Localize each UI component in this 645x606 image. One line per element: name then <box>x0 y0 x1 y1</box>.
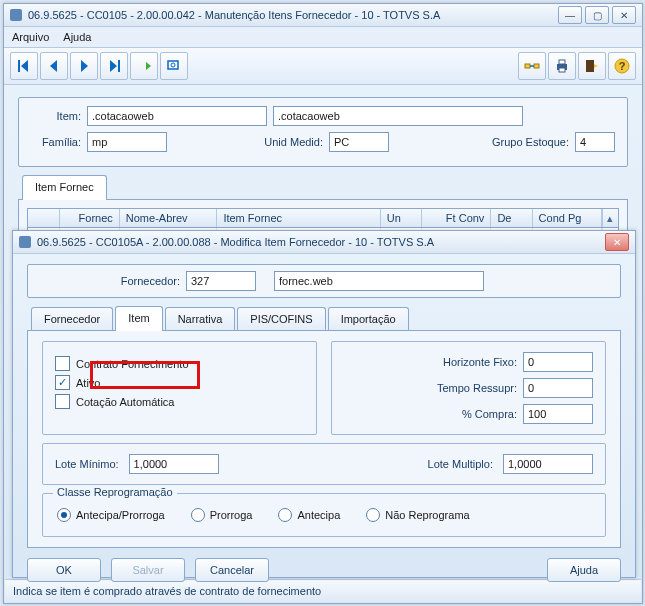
tab-piscofins[interactable]: PIS/COFINS <box>237 307 325 330</box>
fornecedor-name-input[interactable]: fornec.web <box>274 271 484 291</box>
col-un[interactable]: Un <box>381 209 422 227</box>
radio-antecipa-prorroga[interactable]: Antecipa/Prorroga <box>57 508 165 522</box>
checkbox-icon <box>55 356 70 371</box>
menu-ajuda[interactable]: Ajuda <box>63 31 91 43</box>
col-condpg[interactable]: Cond Pg <box>533 209 602 227</box>
menu-arquivo[interactable]: Arquivo <box>12 31 49 43</box>
item-code-input[interactable]: .cotacaoweb <box>87 106 267 126</box>
modal-titlebar: 06.9.5625 - CC0105A - 2.00.00.088 - Modi… <box>13 231 635 254</box>
lote-min-input[interactable]: 1,0000 <box>129 454 219 474</box>
horizonte-label: Horizonte Fixo: <box>344 356 517 368</box>
cancelar-button[interactable]: Cancelar <box>195 558 269 582</box>
toolbar: ? <box>4 48 642 85</box>
tab-item[interactable]: Item <box>115 306 162 331</box>
col-nome[interactable]: Nome-Abrev <box>120 209 218 227</box>
familia-input[interactable]: mp <box>87 132 167 152</box>
nav-last-button[interactable] <box>100 52 128 80</box>
radio-prorroga[interactable]: Prorroga <box>191 508 253 522</box>
salvar-button[interactable]: Salvar <box>111 558 185 582</box>
ok-button[interactable]: OK <box>27 558 101 582</box>
svg-text:?: ? <box>619 60 626 72</box>
lote-mul-label: Lote Multiplo: <box>428 458 493 470</box>
grupo-label: Grupo Estoque: <box>492 136 569 148</box>
fornecedor-label: Fornecedor: <box>40 275 180 287</box>
svg-rect-5 <box>559 60 565 64</box>
lote-mul-input[interactable]: 1,0000 <box>503 454 593 474</box>
main-titlebar: 06.9.5625 - CC0105 - 2.00.00.042 - Manut… <box>4 4 642 27</box>
item-label: Item: <box>31 110 81 122</box>
svg-rect-0 <box>168 61 178 69</box>
lote-min-label: Lote Mínimo: <box>55 458 119 470</box>
svg-rect-7 <box>586 60 594 72</box>
search-button[interactable] <box>160 52 188 80</box>
nav-first-button[interactable] <box>10 52 38 80</box>
unid-input[interactable]: PC <box>329 132 389 152</box>
modal-app-icon <box>19 236 31 248</box>
compra-label: % Compra: <box>344 408 517 420</box>
item-desc-input[interactable]: .cotacaoweb <box>273 106 523 126</box>
ativo-checkbox[interactable]: ✓ Ativo <box>55 375 304 390</box>
minimize-button[interactable]: — <box>558 6 582 24</box>
familia-label: Família: <box>31 136 81 148</box>
ajuda-button[interactable]: Ajuda <box>547 558 621 582</box>
svg-rect-2 <box>525 64 530 68</box>
modal-close-button[interactable]: ✕ <box>605 233 629 251</box>
unid-label: Unid Medid: <box>173 136 323 148</box>
col-fornec[interactable]: Fornec <box>60 209 120 227</box>
horizonte-input[interactable]: 0 <box>523 352 593 372</box>
classe-group-title: Classe Reprogramação <box>53 486 177 498</box>
fornecedor-code-input[interactable]: 327 <box>186 271 256 291</box>
maximize-button[interactable]: ▢ <box>585 6 609 24</box>
col-ftconv[interactable]: Ft Conv <box>422 209 491 227</box>
tab-item-fornec[interactable]: Item Fornec <box>22 175 107 200</box>
app-icon <box>10 9 22 21</box>
related-button[interactable] <box>518 52 546 80</box>
goto-button[interactable] <box>130 52 158 80</box>
help-button[interactable]: ? <box>608 52 636 80</box>
tempo-input[interactable]: 0 <box>523 378 593 398</box>
grupo-input[interactable]: 4 <box>575 132 615 152</box>
svg-point-1 <box>171 63 175 67</box>
nav-prev-button[interactable] <box>40 52 68 80</box>
col-item[interactable]: Item Fornec <box>217 209 380 227</box>
nav-next-button[interactable] <box>70 52 98 80</box>
col-de[interactable]: De <box>491 209 532 227</box>
compra-input[interactable]: 100 <box>523 404 593 424</box>
cotacao-checkbox[interactable]: Cotação Automática <box>55 394 304 409</box>
svg-rect-3 <box>534 64 539 68</box>
menubar: Arquivo Ajuda <box>4 27 642 48</box>
svg-rect-6 <box>559 68 565 72</box>
radio-nao-reprograma[interactable]: Não Reprograma <box>366 508 469 522</box>
close-button[interactable]: ✕ <box>612 6 636 24</box>
tempo-label: Tempo Ressupr: <box>344 382 517 394</box>
tab-importacao[interactable]: Importação <box>328 307 409 330</box>
tab-narrativa[interactable]: Narrativa <box>165 307 236 330</box>
contrato-checkbox[interactable]: Contrato Fornecimento <box>55 356 304 371</box>
tab-fornecedor[interactable]: Fornecedor <box>31 307 113 330</box>
modal-title: 06.9.5625 - CC0105A - 2.00.00.088 - Modi… <box>37 236 605 248</box>
print-button[interactable] <box>548 52 576 80</box>
checkbox-checked-icon: ✓ <box>55 375 70 390</box>
grid-scroll-up[interactable]: ▴ <box>602 209 618 227</box>
checkbox-icon <box>55 394 70 409</box>
radio-antecipa[interactable]: Antecipa <box>278 508 340 522</box>
main-title: 06.9.5625 - CC0105 - 2.00.00.042 - Manut… <box>28 9 558 21</box>
exit-button[interactable] <box>578 52 606 80</box>
